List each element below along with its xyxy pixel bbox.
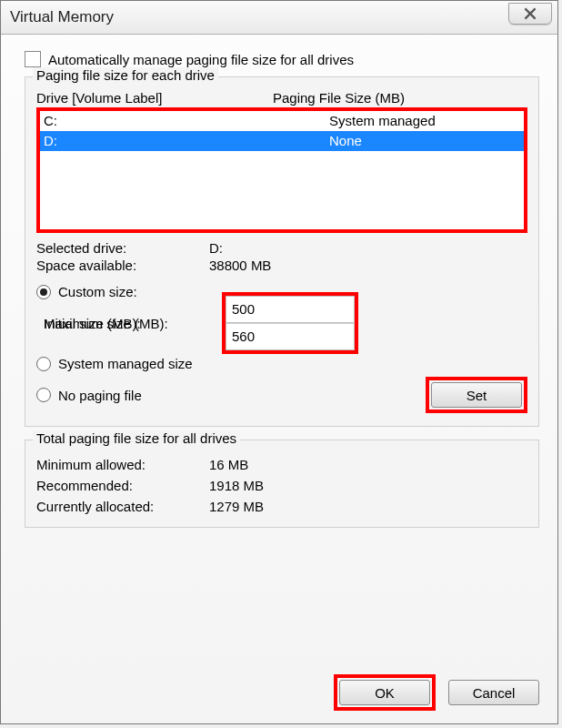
min-allowed-row: Minimum allowed: 16 MB — [36, 457, 527, 472]
recommended-value: 1918 MB — [209, 478, 264, 493]
allocated-row: Currently allocated: 1279 MB — [36, 499, 527, 514]
recommended-label: Recommended: — [36, 478, 209, 493]
paging-file-legend: Paging file size for each drive — [33, 67, 218, 83]
header-size: Paging File Size (MB) — [273, 90, 527, 106]
min-allowed-value: 16 MB — [209, 457, 248, 472]
no-paging-radio[interactable] — [36, 388, 51, 402]
auto-manage-label: Automatically manage paging file size fo… — [48, 52, 354, 67]
paging-file-group: Paging file size for each drive Drive [V… — [25, 76, 539, 427]
initial-size-label: Initial size (MB): — [36, 316, 222, 331]
selected-drive-label: Selected drive: — [36, 240, 209, 256]
drive-row-size: System managed — [326, 111, 524, 131]
ok-button[interactable]: OK — [339, 680, 430, 705]
cancel-button[interactable]: Cancel — [448, 680, 539, 705]
drive-list-headers: Drive [Volume Label] Paging File Size (M… — [36, 90, 527, 106]
ok-button-highlight: OK — [334, 674, 436, 711]
header-drive: Drive [Volume Label] — [36, 90, 273, 106]
close-icon — [524, 7, 537, 20]
window-title: Virtual Memory — [10, 8, 114, 26]
drive-row-drive: D: — [40, 131, 326, 151]
totals-legend: Total paging file size for all drives — [33, 430, 240, 446]
auto-manage-checkbox[interactable] — [25, 51, 41, 67]
drive-row-size: None — [326, 131, 524, 151]
set-button[interactable]: Set — [431, 382, 522, 408]
auto-manage-row[interactable]: Automatically manage paging file size fo… — [25, 51, 539, 67]
titlebar: Virtual Memory — [1, 1, 557, 35]
selected-drive-row: Selected drive: D: — [36, 240, 527, 256]
selected-drive-value: D: — [209, 240, 223, 256]
set-button-highlight: Set — [426, 377, 527, 413]
space-available-label: Space available: — [36, 258, 209, 273]
recommended-row: Recommended: 1918 MB — [36, 478, 527, 493]
totals-group: Total paging file size for all drives Mi… — [25, 440, 539, 528]
drive-row[interactable]: C: System managed — [40, 111, 524, 131]
space-available-row: Space available: 38800 MB — [36, 258, 527, 273]
system-managed-label: System managed size — [58, 356, 193, 371]
min-allowed-label: Minimum allowed: — [36, 457, 209, 472]
no-paging-radio-row[interactable]: No paging file — [36, 388, 142, 403]
drive-row[interactable]: D: None — [40, 131, 524, 151]
custom-size-radio[interactable] — [36, 285, 51, 299]
drive-list[interactable]: C: System managed D: None — [36, 107, 527, 233]
custom-size-label: Custom size: — [58, 284, 137, 299]
virtual-memory-dialog: Virtual Memory Automatically manage pagi… — [0, 0, 558, 724]
size-inputs-highlight — [222, 292, 358, 354]
no-paging-label: No paging file — [58, 388, 142, 403]
initial-size-input[interactable] — [226, 296, 355, 323]
drive-row-drive: C: — [40, 111, 326, 131]
space-available-value: 38800 MB — [209, 258, 271, 273]
maximum-size-input[interactable] — [226, 323, 355, 350]
system-managed-radio[interactable] — [36, 357, 51, 371]
dialog-footer: OK Cancel — [334, 674, 539, 711]
system-managed-radio-row[interactable]: System managed size — [36, 356, 527, 371]
allocated-label: Currently allocated: — [36, 499, 209, 514]
close-button[interactable] — [508, 3, 552, 25]
allocated-value: 1279 MB — [209, 499, 264, 514]
